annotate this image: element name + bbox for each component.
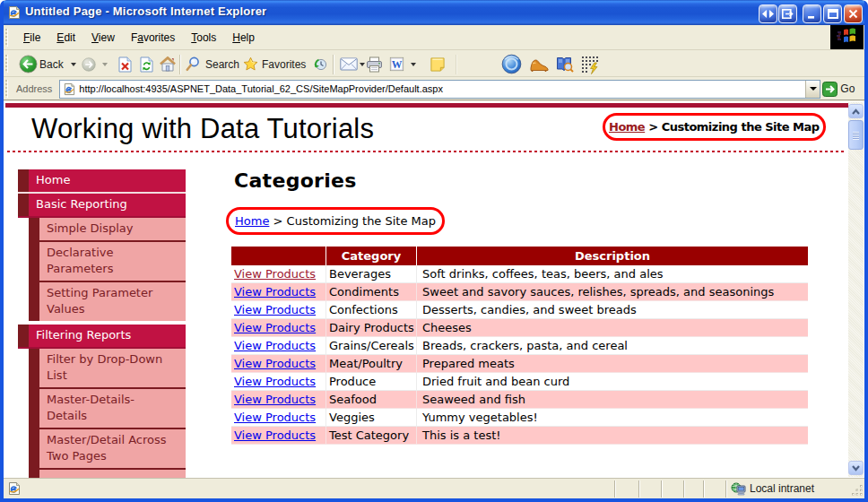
table-row: View ProductsMeat/PoultryPrepared meats — [231, 355, 808, 373]
sidebar-item-clipped[interactable] — [18, 470, 186, 478]
web-page: Working with Data Tutorials Home > Custo… — [5, 101, 849, 478]
view-products-link[interactable]: View Products — [234, 357, 316, 370]
sidebar-item-basic-reporting[interactable]: Basic Reporting — [18, 194, 186, 218]
print-button[interactable] — [366, 51, 383, 77]
table-header-row: Category Description — [231, 247, 808, 265]
breadcrumb-home-link[interactable]: Home — [609, 120, 645, 134]
view-products-link[interactable]: View Products — [234, 428, 316, 442]
vertical-scrollbar[interactable] — [848, 102, 864, 477]
cell-category: Beverages — [326, 265, 417, 283]
cell-link: View Products — [231, 265, 326, 283]
maximize-button[interactable] — [823, 4, 842, 23]
quicklinks-button[interactable] — [580, 51, 600, 77]
cell-category: Veggies — [326, 409, 417, 427]
view-products-link[interactable]: View Products — [234, 411, 316, 424]
minimize-button[interactable] — [803, 4, 821, 23]
cell-category: Condiments — [326, 283, 417, 301]
export-window-button[interactable] — [778, 4, 797, 23]
address-dropdown-button[interactable] — [805, 81, 820, 98]
menubar-grip[interactable] — [5, 29, 8, 47]
view-products-link[interactable]: View Products — [234, 267, 316, 281]
stop-button[interactable] — [118, 51, 132, 77]
cell-description: Dried fruit and bean curd — [417, 373, 808, 391]
browser-viewport: Working with Data Tutorials Home > Custo… — [4, 101, 864, 478]
go-button[interactable]: Go — [820, 82, 856, 97]
windows-logo-throbber — [830, 25, 864, 49]
msn-button[interactable] — [501, 51, 522, 77]
sidebar-item-master-details-details[interactable]: Master-Details- Details — [18, 389, 186, 428]
forward-button[interactable] — [82, 51, 108, 77]
toolbar-grip[interactable] — [5, 55, 8, 73]
back-button[interactable]: Back — [19, 51, 76, 77]
shopping-button[interactable] — [528, 51, 551, 77]
mail-icon — [340, 57, 358, 71]
toolbar-separator — [456, 55, 457, 74]
messenger-note-icon — [430, 56, 446, 73]
status-cell — [640, 479, 661, 498]
edit-word-button[interactable]: W — [389, 51, 416, 77]
sidebar-item-declarative-parameters[interactable]: Declarative Parameters — [18, 242, 186, 281]
breadcrumb-content: Home > Customizing the Site Map — [235, 214, 436, 228]
resize-grip[interactable] — [850, 479, 864, 498]
mail-button[interactable] — [340, 51, 365, 77]
history-button[interactable] — [313, 51, 327, 77]
status-cell — [705, 479, 725, 498]
sidebar-item-filter-by-drop-down-list[interactable]: Filter by Drop-Down List — [18, 349, 186, 387]
sidebar-item-label: Filtering Reports — [29, 325, 186, 347]
menu-indent-strip — [18, 194, 29, 216]
cell-link: View Products — [231, 409, 326, 427]
sidebar-item-label: Basic Reporting — [29, 194, 186, 216]
table-row: View ProductsBeveragesSoft drinks, coffe… — [231, 265, 808, 283]
security-zone-label: Local intranet — [750, 482, 814, 495]
table-row: View ProductsProduceDried fruit and bean… — [231, 373, 808, 391]
history-icon — [313, 57, 327, 72]
table-row: View ProductsGrains/CerealsBreads, crack… — [231, 337, 808, 355]
home-button[interactable] — [160, 51, 176, 77]
messenger-button[interactable] — [430, 51, 446, 77]
address-input[interactable]: http://localhost:4935/ASPNET_Data_Tutori… — [59, 80, 820, 99]
menu-edit[interactable]: Edit — [48, 28, 83, 48]
address-bar: Address http://localhost:4935/ASPNET_Dat… — [4, 78, 864, 100]
search-icon — [186, 56, 200, 72]
sidebar-item-filtering-reports[interactable]: Filtering Reports — [18, 325, 186, 349]
cell-description: Cheeses — [417, 319, 808, 337]
dashed-separator — [7, 151, 846, 152]
sidebar-item-setting-parameter-values[interactable]: Setting Parameter Values — [18, 282, 186, 321]
status-main-panel — [4, 479, 614, 498]
view-products-link[interactable]: View Products — [234, 285, 316, 299]
view-products-link[interactable]: View Products — [234, 303, 316, 316]
research-button[interactable] — [555, 51, 575, 77]
cell-link: View Products — [231, 373, 326, 391]
view-products-link[interactable]: View Products — [234, 393, 316, 406]
menu-file[interactable]: File — [15, 28, 48, 48]
breadcrumb-home-link[interactable]: Home — [235, 214, 269, 228]
menu-indent-strip — [18, 325, 29, 347]
menu-view[interactable]: View — [83, 28, 123, 48]
menu-tools[interactable]: Tools — [183, 28, 224, 48]
close-button[interactable] — [844, 4, 863, 23]
view-products-link[interactable]: View Products — [234, 321, 316, 334]
ie-page-icon — [7, 5, 22, 20]
address-label: Address — [11, 83, 59, 94]
sidebar-item-home[interactable]: Home — [18, 169, 186, 192]
menu-favorites[interactable]: Favorites — [123, 28, 183, 48]
search-label: Search — [205, 58, 239, 71]
sidebar-item-simple-display[interactable]: Simple Display — [18, 218, 186, 240]
scroll-down-button[interactable] — [848, 461, 864, 475]
favorites-button[interactable]: Favorites — [243, 51, 306, 77]
forward-dropdown-arrow — [102, 63, 108, 66]
scrollbar-thumb[interactable] — [848, 120, 864, 150]
column-header-description: Description — [417, 247, 808, 265]
cell-link: View Products — [231, 301, 326, 319]
sidebar-item-master-detail-across-two-pages[interactable]: Master/Detail Across Two Pages — [18, 429, 186, 468]
scroll-up-button[interactable] — [848, 104, 864, 118]
refresh-button[interactable] — [140, 51, 153, 77]
pan-arrows-button[interactable] — [759, 4, 777, 23]
menu-help[interactable]: Help — [224, 28, 263, 48]
addressbar-grip[interactable] — [5, 80, 8, 98]
search-button[interactable]: Search — [186, 51, 239, 77]
view-products-link[interactable]: View Products — [234, 375, 316, 388]
refresh-icon — [140, 56, 153, 73]
orange-shoe-icon — [528, 56, 551, 74]
view-products-link[interactable]: View Products — [234, 339, 316, 352]
